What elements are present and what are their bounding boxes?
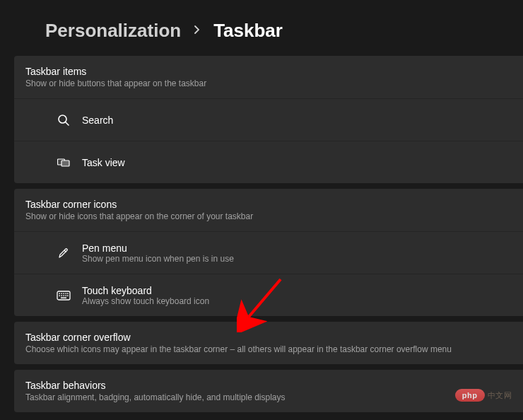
breadcrumb-parent[interactable]: Personalization <box>45 20 181 42</box>
pen-icon <box>57 246 71 260</box>
svg-rect-9 <box>66 293 67 294</box>
svg-line-1 <box>66 122 69 125</box>
search-icon <box>57 113 71 127</box>
row-label: Task view <box>82 157 125 168</box>
corner-icons-section: Taskbar corner icons Show or hide icons … <box>14 189 523 316</box>
taskbar-items-section: Taskbar items Show or hide buttons that … <box>14 56 523 183</box>
svg-rect-8 <box>64 293 65 294</box>
touch-keyboard-row[interactable]: Touch keyboard Always show touch keyboar… <box>14 274 523 316</box>
search-row[interactable]: Search <box>14 98 523 141</box>
section-title: Taskbar items <box>25 66 512 77</box>
svg-rect-13 <box>64 295 65 296</box>
svg-rect-11 <box>59 295 61 296</box>
section-desc: Choose which icons may appear in the tas… <box>25 344 512 354</box>
svg-rect-12 <box>61 295 63 296</box>
behaviors-section[interactable]: Taskbar behaviors Taskbar alignment, bad… <box>14 370 523 412</box>
corner-overflow-section[interactable]: Taskbar corner overflow Choose which ico… <box>14 322 523 364</box>
corner-icons-header[interactable]: Taskbar corner icons Show or hide icons … <box>14 189 523 231</box>
section-title: Taskbar corner overflow <box>25 332 512 343</box>
watermark: php 中文网 <box>455 389 512 402</box>
section-desc: Show or hide icons that appear on the co… <box>25 211 512 221</box>
watermark-badge: php <box>455 389 485 402</box>
section-desc: Taskbar alignment, badging, automaticall… <box>25 392 512 402</box>
row-label: Pen menu <box>82 243 234 254</box>
taskview-icon <box>57 156 71 170</box>
keyboard-icon <box>57 288 71 303</box>
breadcrumb-current: Taskbar <box>213 20 283 42</box>
svg-rect-14 <box>66 295 67 296</box>
row-desc: Show pen menu icon when pen is in use <box>82 254 234 264</box>
svg-rect-16 <box>61 297 66 298</box>
section-title: Taskbar corner icons <box>25 199 512 210</box>
row-label: Search <box>82 115 113 126</box>
svg-rect-10 <box>67 293 69 294</box>
taskview-row[interactable]: Task view <box>14 141 523 183</box>
watermark-text: 中文网 <box>488 390 512 401</box>
svg-rect-7 <box>61 293 63 294</box>
section-desc: Show or hide buttons that appear on the … <box>25 78 512 88</box>
svg-rect-15 <box>67 295 69 296</box>
svg-rect-3 <box>61 161 69 166</box>
svg-line-4 <box>64 250 66 252</box>
chevron-right-icon <box>194 23 201 38</box>
pen-menu-row[interactable]: Pen menu Show pen menu icon when pen is … <box>14 231 523 274</box>
breadcrumb: Personalization Taskbar <box>0 0 523 56</box>
section-title: Taskbar behaviors <box>25 380 512 391</box>
row-label: Touch keyboard <box>82 285 209 296</box>
row-desc: Always show touch keyboard icon <box>82 296 209 306</box>
taskbar-items-header[interactable]: Taskbar items Show or hide buttons that … <box>14 56 523 98</box>
svg-point-0 <box>59 115 66 123</box>
svg-rect-6 <box>59 293 61 294</box>
